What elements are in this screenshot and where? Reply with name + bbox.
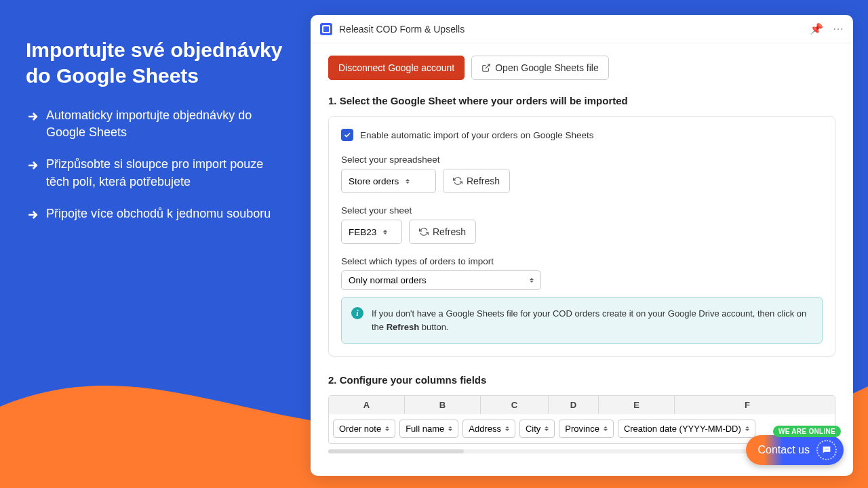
chevron-updown-icon (745, 426, 749, 431)
column-field-select[interactable]: Address (462, 420, 515, 438)
svg-point-1 (826, 449, 827, 449)
svg-point-0 (825, 449, 825, 449)
app-icon (320, 23, 332, 35)
more-icon[interactable]: ⋯ (833, 22, 844, 35)
app-window: Releasit COD Form & Upsells 📌 ⋯ Disconne… (311, 15, 853, 476)
chat-widget: WE ARE ONLINE Contact us (746, 435, 844, 465)
enable-import-label: Enable automatic import of your orders o… (360, 130, 593, 140)
section1-title: 1. Select the Google Sheet where your or… (328, 95, 835, 106)
chevron-updown-icon (383, 230, 387, 235)
column-header: D (549, 396, 599, 414)
chevron-updown-icon (505, 426, 509, 431)
spreadsheet-select[interactable]: Store orders (341, 169, 436, 193)
app-title: Releasit COD Form & Upsells (339, 24, 465, 35)
column-field-select[interactable]: Order note (333, 420, 395, 438)
section2-title: 2. Configure your columns fields (328, 374, 835, 386)
chevron-updown-icon (406, 179, 410, 184)
feature-text: Přizpůsobte si sloupce pro import pouze … (46, 156, 283, 190)
arrow-right-icon (26, 208, 39, 222)
column-field-select[interactable]: Province (559, 420, 614, 438)
open-sheets-button[interactable]: Open Google Sheets file (471, 56, 609, 80)
svg-point-2 (827, 449, 828, 449)
column-header: F (675, 396, 820, 414)
sheet-select[interactable]: FEB23 (341, 220, 402, 244)
enable-import-checkbox[interactable] (341, 129, 353, 141)
disconnect-button[interactable]: Disconnect Google account (328, 56, 465, 80)
sheet-label: Select your sheet (341, 205, 823, 216)
chevron-updown-icon (545, 426, 549, 431)
feature-text: Připojte více obchodů k jednomu souboru (46, 205, 271, 222)
pin-icon[interactable]: 📌 (810, 22, 823, 35)
order-types-select[interactable]: Only normal orders (341, 270, 541, 290)
types-label: Select which types of orders to import (341, 256, 823, 266)
online-badge: WE ARE ONLINE (773, 426, 841, 437)
promo-heading: Importujte své objednávky do Google Shee… (26, 37, 283, 88)
feature-item: Automaticky importujte objednávky do Goo… (26, 107, 283, 141)
arrow-right-icon (26, 159, 39, 172)
chevron-updown-icon (604, 426, 608, 431)
arrow-right-icon (26, 110, 39, 123)
spreadsheet-label: Select your spreadsheet (341, 155, 823, 165)
info-text: If you don't have a Google Sheets file f… (372, 307, 812, 333)
column-header: A (329, 396, 405, 414)
column-field-select[interactable]: Creation date (YYYY-MM-DD) (618, 420, 755, 438)
info-icon (351, 307, 363, 319)
chat-label: Contact us (758, 444, 810, 456)
contact-us-button[interactable]: Contact us (746, 435, 844, 465)
feature-item: Připojte více obchodů k jednomu souboru (26, 205, 283, 222)
refresh-spreadsheet-button[interactable]: Refresh (443, 169, 510, 193)
column-field-select[interactable]: City (519, 420, 555, 438)
column-header: E (599, 396, 675, 414)
chevron-updown-icon (385, 426, 389, 431)
feature-text: Automaticky importujte objednávky do Goo… (46, 107, 283, 141)
titlebar: Releasit COD Form & Upsells 📌 ⋯ (311, 15, 853, 43)
column-header: C (481, 396, 549, 414)
refresh-sheet-button[interactable]: Refresh (409, 220, 476, 244)
chevron-updown-icon (530, 278, 534, 283)
info-banner: If you don't have a Google Sheets file f… (341, 297, 823, 344)
chevron-updown-icon (448, 426, 452, 431)
column-field-select[interactable]: Full name (399, 420, 458, 438)
external-link-icon (481, 63, 491, 73)
column-header: B (405, 396, 481, 414)
refresh-icon (453, 176, 462, 186)
feature-item: Přizpůsobte si sloupce pro import pouze … (26, 156, 283, 190)
refresh-icon (419, 227, 429, 237)
chat-icon (816, 440, 837, 460)
